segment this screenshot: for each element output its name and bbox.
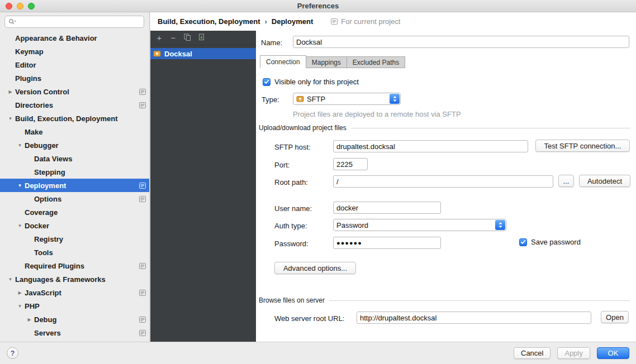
sidebar-item-label: Options [34, 195, 61, 203]
chevron-right-icon[interactable]: ▶ [25, 317, 34, 322]
window-title: Preferences [297, 2, 339, 10]
project-settings-icon [139, 317, 146, 323]
sidebar-item-languages-frameworks[interactable]: ▼Languages & Frameworks [0, 272, 149, 286]
open-button[interactable]: Open [601, 311, 629, 323]
close-window-icon[interactable] [6, 3, 12, 9]
sidebar-item-debug[interactable]: ▶Debug [0, 313, 149, 326]
breadcrumb-part-1[interactable]: Build, Execution, Deployment [158, 17, 260, 26]
browse-root-path-button[interactable]: ... [558, 175, 574, 187]
chevron-down-icon[interactable]: ▼ [15, 183, 25, 188]
sidebar-item-deployment[interactable]: ▼Deployment [0, 179, 149, 192]
deployment-form: Name: Connection Mappings Excluded Paths… [256, 31, 636, 342]
sidebar-item-label: Build, Execution, Deployment [15, 114, 117, 123]
tab-connection[interactable]: Connection [260, 55, 306, 68]
import-server-icon[interactable] [197, 33, 205, 42]
autodetect-button[interactable]: Autodetect [579, 175, 630, 187]
sidebar-item-javascript[interactable]: ▶JavaScript [0, 286, 149, 299]
sidebar-item-keymap[interactable]: Keymap [0, 45, 149, 58]
chevron-down-icon[interactable]: ▼ [15, 143, 25, 148]
for-current-project-badge: For current project [331, 17, 400, 26]
minimize-window-icon[interactable] [17, 3, 23, 9]
sidebar-item-appearance-behavior[interactable]: Appearance & Behavior [0, 31, 149, 45]
sftp-server-icon [153, 50, 161, 58]
sidebar-item-php[interactable]: ▼PHP [0, 299, 149, 313]
name-input[interactable] [293, 36, 629, 48]
sidebar-item-label: Registry [34, 235, 63, 243]
sidebar-item-label: Docker [25, 222, 49, 230]
chevron-right-icon[interactable]: ▶ [15, 290, 25, 295]
sidebar-item-plugins[interactable]: Plugins [0, 71, 149, 85]
sidebar-item-label: Deployment [25, 181, 66, 190]
sidebar-item-version-control[interactable]: ▶Version Control [0, 85, 149, 98]
visible-only-checkbox[interactable]: Visible only for this project [263, 78, 359, 86]
sidebar-item-required-plugins[interactable]: Required Plugins [0, 259, 149, 272]
remove-server-icon[interactable]: − [169, 34, 177, 42]
name-label: Name: [261, 39, 282, 47]
section-divider [329, 300, 630, 301]
sidebar-item-label: Stepping [34, 168, 65, 176]
sidebar-item-docker[interactable]: ▼Docker [0, 219, 149, 232]
help-icon[interactable]: ? [7, 347, 18, 359]
save-password-label: Save password [531, 238, 581, 246]
chevron-down-icon[interactable]: ▼ [6, 116, 15, 121]
sftp-host-input[interactable] [333, 140, 528, 152]
project-settings-icon [139, 102, 146, 108]
root-path-input[interactable] [333, 175, 553, 188]
sidebar-item-debugger[interactable]: ▼Debugger [0, 138, 149, 152]
sidebar-item-make[interactable]: Make [0, 125, 149, 138]
user-name-input[interactable] [333, 202, 441, 214]
zoom-window-icon[interactable] [28, 3, 35, 9]
project-settings-icon [139, 263, 146, 269]
tab-excluded-paths[interactable]: Excluded Paths [347, 56, 405, 68]
type-select[interactable]: SFTP [293, 93, 401, 105]
sidebar-item-editor[interactable]: Editor [0, 58, 149, 71]
sidebar-item-registry[interactable]: Registry [0, 232, 149, 246]
project-settings-icon [139, 290, 146, 296]
sidebar-item-data-views[interactable]: Data Views [0, 152, 149, 165]
ok-button[interactable]: OK [597, 347, 629, 359]
sidebar-item-label: PHP [25, 302, 40, 310]
sidebar-item-stepping[interactable]: Stepping [0, 165, 149, 179]
chevron-down-icon[interactable]: ▼ [15, 304, 25, 309]
cancel-button[interactable]: Cancel [514, 347, 550, 359]
upload-section-title: Upload/download project files [259, 124, 347, 132]
search-input[interactable] [18, 18, 140, 26]
save-password-checkbox[interactable]: Save password [519, 238, 581, 246]
server-list-item-docksal[interactable]: Docksal [150, 48, 256, 59]
web-root-input[interactable] [357, 312, 591, 324]
section-divider [351, 128, 630, 128]
dropdown-stepper-icon [495, 220, 505, 230]
settings-search[interactable] [4, 16, 144, 28]
checkbox-checked-icon [519, 238, 527, 246]
project-settings-icon [139, 330, 146, 336]
sidebar-item-label: Plugins [15, 74, 41, 83]
settings-tree: Appearance & Behavior Keymap Editor Plug… [0, 31, 149, 339]
sidebar-item-options[interactable]: Options [0, 192, 149, 205]
sidebar-item-label: Debugger [25, 141, 59, 150]
visible-only-label: Visible only for this project [274, 78, 359, 86]
project-settings-icon [139, 89, 146, 95]
chevron-down-icon[interactable]: ▼ [6, 277, 15, 282]
password-input[interactable] [333, 237, 441, 249]
chevron-right-icon[interactable]: ▶ [6, 89, 15, 94]
copy-server-icon[interactable] [183, 33, 191, 42]
breadcrumb-separator-icon: › [264, 17, 267, 26]
port-input[interactable] [333, 158, 368, 170]
apply-button[interactable]: Apply [557, 347, 590, 359]
server-item-label: Docksal [164, 50, 192, 58]
sidebar-item-directories[interactable]: Directories [0, 98, 149, 112]
sidebar-item-build-execution-deployment[interactable]: ▼Build, Execution, Deployment [0, 112, 149, 125]
sidebar-item-coverage[interactable]: Coverage [0, 205, 149, 219]
auth-type-select[interactable]: Password [333, 219, 506, 231]
sidebar-item-servers[interactable]: Servers [0, 326, 149, 339]
preferences-window: Preferences Appearance & Behavior Keymap… [0, 0, 636, 364]
add-server-icon[interactable]: + [155, 34, 163, 42]
sidebar-item-label: Data Views [34, 155, 72, 163]
test-sftp-connection-button[interactable]: Test SFTP connection... [535, 140, 630, 152]
advanced-options-button[interactable]: Advanced options... [274, 262, 356, 274]
tab-mappings[interactable]: Mappings [306, 56, 347, 68]
chevron-down-icon[interactable]: ▼ [15, 223, 25, 228]
web-root-label: Web server root URL: [274, 314, 344, 323]
sidebar-item-label: Languages & Frameworks [15, 275, 106, 284]
sidebar-item-tools[interactable]: Tools [0, 246, 149, 259]
